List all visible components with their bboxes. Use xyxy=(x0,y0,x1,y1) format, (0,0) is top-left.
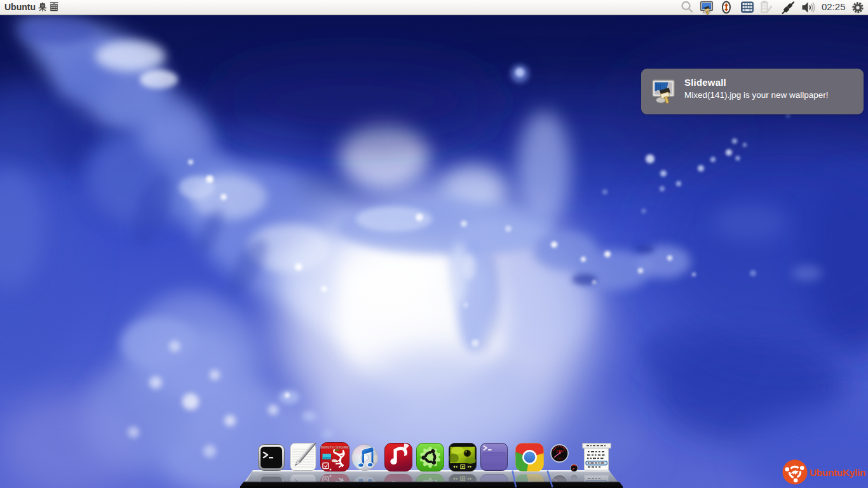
svg-text:UbuntuKylin: UbuntuKylin xyxy=(810,467,865,478)
